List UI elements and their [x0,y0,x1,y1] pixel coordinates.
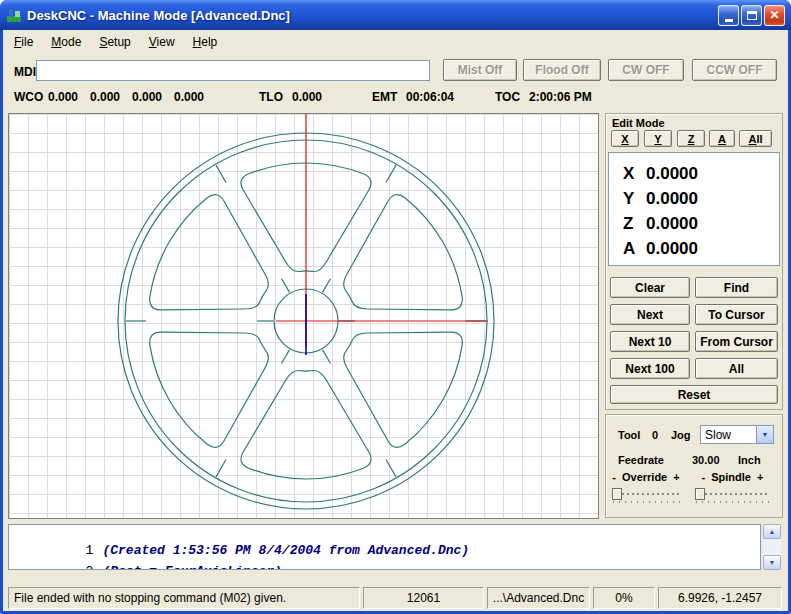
next-100-button[interactable]: Next 100 [610,358,690,379]
axis-all-button[interactable]: All [739,130,772,147]
title-bar[interactable]: DeskCNC - Machine Mode [Advanced.Dnc] ✕ [0,0,791,30]
find-button[interactable]: Find [695,277,778,298]
maximize-icon [747,11,757,20]
dro-axis-y: Y [623,189,646,214]
override-slider-track [612,493,682,495]
jog-speed-select[interactable]: Slow ▼ [700,425,774,444]
dro-display: X0.0000 Y0.0000 Z0.0000 A0.0000 [608,152,780,266]
status-line-count: 12061 [363,587,484,609]
minimize-button[interactable] [718,5,739,26]
window-controls: ✕ [718,5,785,26]
dro-value-x: 0.0000 [646,164,698,189]
jog-label: Jog [671,429,691,441]
wco-value-x: 0.000 [48,90,78,104]
menu-mode[interactable]: Mode [42,32,90,52]
axis-a-button[interactable]: A [709,130,735,147]
all-button[interactable]: All [695,358,778,379]
wco-value-y: 0.000 [90,90,120,104]
flood-off-button[interactable]: Flood Off [523,59,601,81]
menu-view[interactable]: View [140,32,184,52]
app-icon[interactable] [6,7,22,23]
reset-button[interactable]: Reset [610,385,778,404]
dro-axis-z: Z [623,214,646,239]
spindle-slider-thumb[interactable] [695,488,705,500]
emt-value: 00:06:04 [406,90,454,104]
app-window: DeskCNC - Machine Mode [Advanced.Dnc] ✕ … [0,0,791,614]
dro-row-y: Y0.0000 [623,189,779,214]
close-icon: ✕ [769,9,779,21]
clear-button[interactable]: Clear [610,277,690,298]
next-10-button[interactable]: Next 10 [610,331,690,352]
ccw-off-button[interactable]: CCW OFF [692,59,777,81]
gcode-line[interactable]: 1(Created 1:53:56 PM 8/4/2004 from Advan… [15,528,760,549]
toc-value: 2:00:06 PM [529,90,592,104]
dro-value-z: 0.0000 [646,214,698,239]
mdi-input[interactable] [36,60,430,81]
tlo-label: TLO [259,90,283,104]
mist-off-button[interactable]: Mist Off [443,59,517,81]
gcode-line-number: 1 [77,543,93,558]
jog-speed-value: Slow [701,426,756,443]
override-slider[interactable] [612,486,682,503]
gcode-line-text: (Created 1:53:56 PM 8/4/2004 from Advanc… [102,543,469,558]
gcode-list[interactable]: 1(Created 1:53:56 PM 8/4/2004 from Advan… [8,524,761,570]
chevron-down-icon: ▼ [762,431,769,438]
spindle-slider-track [695,493,770,495]
window-title: DeskCNC - Machine Mode [Advanced.Dnc] [27,8,713,23]
window-content: File Mode Setup View Help MDI Mist Off F… [3,30,788,611]
menu-help[interactable]: Help [184,32,227,52]
wco-value-a: 0.000 [174,90,204,104]
edit-mode-title: Edit Mode [612,117,665,129]
axis-y-button[interactable]: Y [644,130,672,147]
dro-axis-a: A [623,239,646,264]
jog-speed-dropdown-button[interactable]: ▼ [756,426,773,443]
spindle-slider-ticks [696,501,769,503]
toolpath-svg [9,114,598,518]
status-file-path: ...\Advanced.Dnc [487,587,590,609]
menu-bar: File Mode Setup View Help [3,30,788,54]
next-button[interactable]: Next [610,304,690,325]
scroll-down-button[interactable]: ▼ [763,555,781,570]
spindle-label: - Spindle + [695,471,770,483]
gcode-scrollbar[interactable]: ▲ ▼ [763,524,781,570]
gcode-line-number: 2 [77,564,93,570]
dro-value-y: 0.0000 [646,189,698,214]
cw-off-button[interactable]: CW OFF [608,59,684,81]
to-cursor-button[interactable]: To Cursor [695,304,778,325]
dro-value-a: 0.0000 [646,239,698,264]
feedrate-value: 30.00 [692,454,720,466]
status-progress: 0% [593,587,655,609]
scroll-up-button[interactable]: ▲ [763,524,781,539]
override-label: - Override + [612,471,680,483]
gcode-line-text: (Post = FourAxisLinear) [102,564,281,570]
menu-file[interactable]: File [5,32,42,52]
close-button[interactable]: ✕ [764,5,785,26]
wco-label: WCO [14,90,43,104]
override-slider-ticks [613,501,681,503]
status-coordinates: 6.9926, -1.2457 [658,587,782,609]
units-label: Inch [738,454,761,466]
from-cursor-button[interactable]: From Cursor [695,331,778,352]
scroll-down-icon: ▼ [769,559,776,566]
dro-row-a: A0.0000 [623,239,779,264]
minimize-icon [725,19,733,22]
mdi-label: MDI [14,65,36,79]
maximize-button[interactable] [741,5,762,26]
scrollbar-track[interactable] [763,539,781,555]
status-message: File ended with no stopping command (M02… [8,587,360,609]
toolpath-canvas[interactable] [8,113,599,519]
scroll-up-icon: ▲ [769,528,776,535]
axis-x-button[interactable]: X [611,130,639,147]
dro-row-z: Z0.0000 [623,214,779,239]
toc-label: TOC [495,90,520,104]
menu-setup[interactable]: Setup [90,32,139,52]
axis-z-button[interactable]: Z [677,130,705,147]
dro-row-x: X0.0000 [623,164,779,189]
override-slider-thumb[interactable] [612,488,622,500]
tool-value: 0 [652,429,658,441]
tool-label: Tool [618,429,640,441]
edit-jog-panel: Edit Mode X Y Z A All X0.0000 Y0.0000 Z0… [605,113,783,519]
spindle-slider[interactable] [695,486,770,503]
tlo-value: 0.000 [292,90,322,104]
feedrate-label: Feedrate [618,454,664,466]
